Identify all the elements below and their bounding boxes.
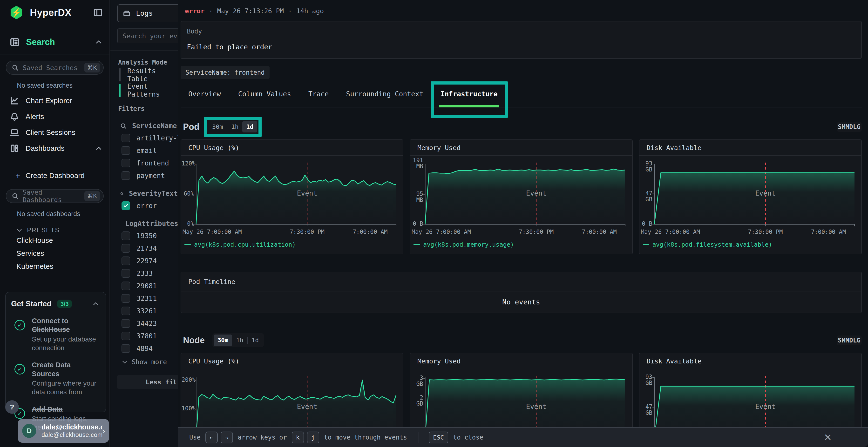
- filter-option[interactable]: 33261: [122, 307, 178, 315]
- filter-option[interactable]: 22974: [122, 256, 178, 265]
- filter-group-servicename[interactable]: ServiceName: [120, 122, 178, 130]
- collapse-sidebar-icon[interactable]: [93, 8, 103, 18]
- saved-searches-input[interactable]: Saved Searches ⌘K: [6, 61, 104, 75]
- chevron-up-icon[interactable]: [92, 300, 99, 308]
- node-range-30m[interactable]: 30m: [214, 335, 232, 346]
- annotation-box-infrastructure: [431, 81, 508, 118]
- filter-option[interactable]: 4894: [122, 344, 178, 353]
- checkbox[interactable]: [122, 146, 130, 155]
- tab-infrastructure[interactable]: Infrastructure: [441, 84, 498, 107]
- checkbox[interactable]: [122, 344, 130, 353]
- pod-range-1h[interactable]: 1h: [227, 121, 242, 133]
- checkbox[interactable]: [122, 256, 130, 265]
- chart-explorer-icon: [10, 96, 19, 105]
- y-axis-tick: 3 GB: [411, 375, 423, 387]
- filter-option[interactable]: 19350: [122, 232, 178, 240]
- k-key[interactable]: k: [292, 432, 304, 443]
- chevron-up-icon[interactable]: [95, 145, 102, 152]
- checkbox[interactable]: [122, 332, 130, 340]
- close-icon[interactable]: ✕: [824, 432, 832, 443]
- less-filters-button[interactable]: Less fil: [117, 375, 178, 389]
- source-select[interactable]: Logs: [117, 4, 178, 22]
- filter-option-error[interactable]: error: [122, 201, 178, 210]
- mode-event-patterns[interactable]: Event Patterns: [119, 84, 178, 97]
- event-marker-label: Event: [526, 189, 546, 197]
- pod-size-sm[interactable]: SM: [838, 123, 845, 131]
- checkbox[interactable]: [122, 134, 130, 142]
- servicename-tag[interactable]: ServiceName: frontend: [181, 66, 270, 79]
- user-team: dale@clickhouse.com's: [41, 431, 102, 439]
- checkbox[interactable]: [122, 294, 130, 303]
- search-events-input[interactable]: Search your ev: [117, 28, 178, 43]
- get-started-item[interactable]: ✓ Connect to ClickHouse Set up your data…: [11, 316, 99, 352]
- checkbox-checked[interactable]: [122, 201, 130, 210]
- right-arrow-key[interactable]: →: [221, 432, 233, 443]
- filter-option[interactable]: email: [122, 146, 178, 155]
- x-axis-tick: 7:00:00 AM: [811, 229, 846, 235]
- chart-legend[interactable]: avg(k8s.pod.memory.usage): [413, 241, 514, 248]
- get-started-item[interactable]: ✓ Create Data Sources Configure where yo…: [11, 360, 99, 397]
- show-more-button[interactable]: Show more: [122, 358, 178, 366]
- filter-option[interactable]: 32311: [122, 294, 178, 303]
- pod-range-30m[interactable]: 30m: [208, 121, 227, 133]
- sidebar-item-dashboards[interactable]: Dashboards: [0, 140, 110, 156]
- pod-size-lg[interactable]: LG: [853, 123, 861, 131]
- source-select-label: Logs: [136, 9, 153, 18]
- sidebar-item-kubernetes[interactable]: Kubernetes: [0, 260, 110, 273]
- sidebar-item-alerts[interactable]: Alerts: [0, 109, 110, 125]
- sidebar-item-services[interactable]: Services: [0, 247, 110, 260]
- j-key[interactable]: j: [307, 432, 319, 443]
- chart-legend[interactable]: avg(k8s.pod.cpu.utilization): [184, 241, 296, 248]
- sidebar-item-client-sessions[interactable]: Client Sessions: [0, 125, 110, 140]
- create-dashboard-button[interactable]: + Create Dashboard: [0, 168, 110, 183]
- filter-option[interactable]: artillery-loa: [122, 134, 178, 142]
- node-size-lg[interactable]: LG: [853, 337, 861, 344]
- checkbox[interactable]: [122, 232, 130, 240]
- node-size-sm[interactable]: SM: [838, 337, 845, 344]
- filter-group-severitytext[interactable]: SeverityText: [120, 190, 178, 198]
- filter-option[interactable]: 37801: [122, 332, 178, 340]
- left-arrow-key[interactable]: ←: [206, 432, 218, 443]
- help-button[interactable]: ?: [5, 400, 19, 414]
- checkbox[interactable]: [122, 281, 130, 290]
- pod-range-1d[interactable]: 1d: [242, 121, 257, 133]
- sidebar-item-clickhouse[interactable]: ClickHouse: [0, 234, 110, 247]
- pod-size-md[interactable]: MD: [845, 123, 853, 131]
- chevron-up-icon[interactable]: [95, 38, 102, 46]
- checkbox[interactable]: [122, 269, 130, 278]
- filter-option[interactable]: 21734: [122, 244, 178, 253]
- node-range-1h[interactable]: 1h: [232, 335, 247, 346]
- checkbox[interactable]: [122, 159, 130, 167]
- checkbox[interactable]: [122, 171, 130, 180]
- chart-legend[interactable]: avg(k8s.pod.filesystem.available): [643, 241, 772, 248]
- y-axis-tick: 120%: [182, 161, 194, 167]
- tab-trace[interactable]: Trace: [308, 84, 329, 107]
- checkbox[interactable]: [122, 244, 130, 253]
- tab-overview[interactable]: Overview: [188, 84, 221, 107]
- checkbox[interactable]: [122, 307, 130, 315]
- filter-option[interactable]: 29081: [122, 281, 178, 290]
- mode-results-table[interactable]: Results Table: [119, 68, 178, 81]
- chart-explorer-label: Chart Explorer: [26, 97, 102, 105]
- filter-option[interactable]: payment: [122, 171, 178, 180]
- tab-surrounding-context[interactable]: Surrounding Context: [346, 84, 423, 107]
- presets-toggle[interactable]: PRESETS: [16, 227, 110, 234]
- x-axis-tick: 7:30:00 PM: [519, 229, 554, 235]
- sidebar-item-chart-explorer[interactable]: Chart Explorer: [0, 93, 110, 109]
- filter-option[interactable]: 34423: [122, 319, 178, 328]
- node-range-1d[interactable]: 1d: [248, 335, 262, 346]
- x-axis-tick: 7:30:00 PM: [289, 229, 324, 235]
- esc-key[interactable]: ESC: [429, 432, 448, 443]
- filter-option[interactable]: 2333: [122, 269, 178, 278]
- node-size-md[interactable]: MD: [845, 337, 853, 344]
- keyboard-hint-bar: Use ← → arrow keys or k j to move throug…: [178, 427, 868, 447]
- sidebar-item-search[interactable]: Search: [0, 34, 110, 50]
- user-menu[interactable]: D dale@clickhouse.com dale@clickhouse.co…: [18, 419, 109, 443]
- checkbox[interactable]: [122, 319, 130, 328]
- filter-option[interactable]: frontend: [122, 159, 178, 167]
- dashboards-label: Dashboards: [26, 144, 95, 152]
- tab-column-values[interactable]: Column Values: [238, 84, 291, 107]
- filter-group-logattributes[interactable]: LogAttributes: [120, 220, 178, 228]
- x-axis-tick: 7:00:00 AM: [353, 229, 388, 235]
- saved-dashboards-input[interactable]: Saved Dashboards ⌘K: [6, 189, 104, 203]
